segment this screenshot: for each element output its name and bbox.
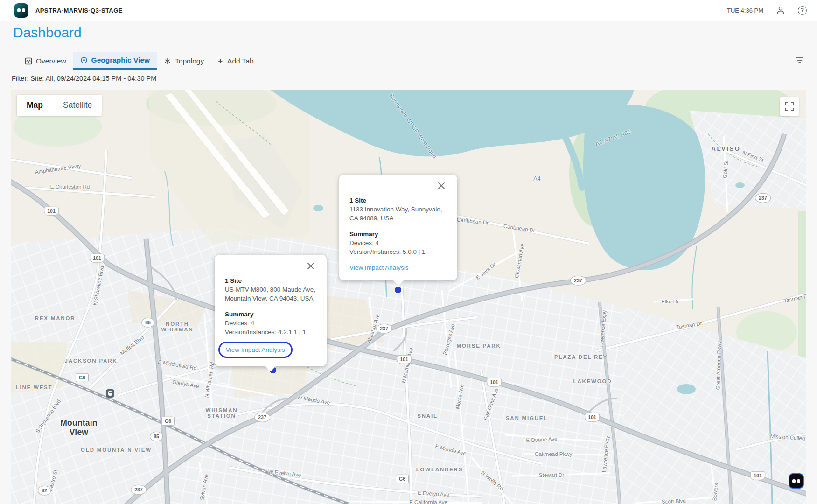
filter-icon[interactable] <box>796 57 804 65</box>
plus-icon: + <box>218 56 223 66</box>
popup-address: Mountain View, CA 94043, USA <box>225 294 318 303</box>
view-impact-analysis-link[interactable]: View Impact Analysis <box>226 345 285 354</box>
tab-topology[interactable]: Topology <box>157 52 211 70</box>
activity-chart-icon <box>25 57 32 65</box>
satellite-button[interactable]: Satellite <box>53 95 102 116</box>
location-target-icon <box>80 56 88 64</box>
map-canvas[interactable] <box>11 90 806 504</box>
train-station-icon <box>106 389 114 398</box>
page-title: Dashboard <box>13 25 82 41</box>
popup-address: 1133 Innovation Way, Sunnyvale, <box>349 205 449 214</box>
org-name: APSTRA-MARVIS-Q3-STAGE <box>35 7 123 14</box>
top-bar: APSTRA-MARVIS-Q3-STAGE TUE 4:36 PM ? <box>0 0 817 21</box>
site-popup-sunnyvale: 1 Site 1133 Innovation Way, Sunnyvale, C… <box>339 175 457 280</box>
popup-summary-label: Summary <box>349 230 449 238</box>
marvis-chat-button[interactable] <box>789 473 804 489</box>
fullscreen-button[interactable] <box>780 97 799 116</box>
logo-eye <box>22 8 25 12</box>
geographic-map[interactable]: REX MANORNORTH WHISMANJACKSON PARKLINE W… <box>11 90 806 504</box>
user-icon[interactable] <box>775 5 786 15</box>
help-icon[interactable]: ? <box>798 6 807 15</box>
tab-overview[interactable]: Overview <box>18 52 73 70</box>
popup-summary-label: Summary <box>225 310 318 319</box>
popup-devices: Devices: 4 <box>349 238 449 247</box>
tab-label: Topology <box>175 57 204 65</box>
close-icon[interactable] <box>307 262 314 272</box>
map-button[interactable]: Map <box>17 95 53 116</box>
highlight-oval: View Impact Analysis <box>218 342 293 358</box>
tab-geographic-view[interactable]: Geographic View <box>73 52 157 70</box>
logo-eye <box>792 479 796 483</box>
view-impact-analysis-link[interactable]: View Impact Analysis <box>349 263 409 272</box>
popup-address: CA 94089, USA <box>349 214 449 223</box>
tab-label: Geographic View <box>91 56 150 64</box>
popup-title: 1 Site <box>225 276 318 285</box>
close-icon[interactable] <box>438 182 445 192</box>
tab-label: Overview <box>36 57 66 65</box>
popup-version: Version/Instances: 5.0.0 | 1 <box>349 247 449 256</box>
popup-version: Version/Instances: 4.2.1.1 | 1 <box>225 328 318 336</box>
tab-add[interactable]: + Add Tab <box>211 52 261 70</box>
site-marker[interactable] <box>395 287 401 293</box>
logo-eye <box>797 479 800 483</box>
tabs-row: Overview Geographic View Topology + Add … <box>0 53 817 70</box>
popup-address: US-MTV-M800, 800 Maude Ave, <box>225 285 318 294</box>
popup-devices: Devices: 4 <box>225 319 318 328</box>
tab-label: Add Tab <box>227 57 254 65</box>
topology-icon <box>164 57 171 65</box>
site-popup-mountain-view: 1 Site US-MTV-M800, 800 Maude Ave, Mount… <box>215 255 327 366</box>
logo-eye <box>17 8 21 12</box>
map-type-control: Map Satellite <box>17 95 102 116</box>
marvis-logo <box>14 3 28 18</box>
clock: TUE 4:36 PM <box>727 7 763 14</box>
popup-title: 1 Site <box>349 196 449 205</box>
filter-summary: Filter: Site: All, 09/24/2024 04:15 PM -… <box>12 75 156 82</box>
